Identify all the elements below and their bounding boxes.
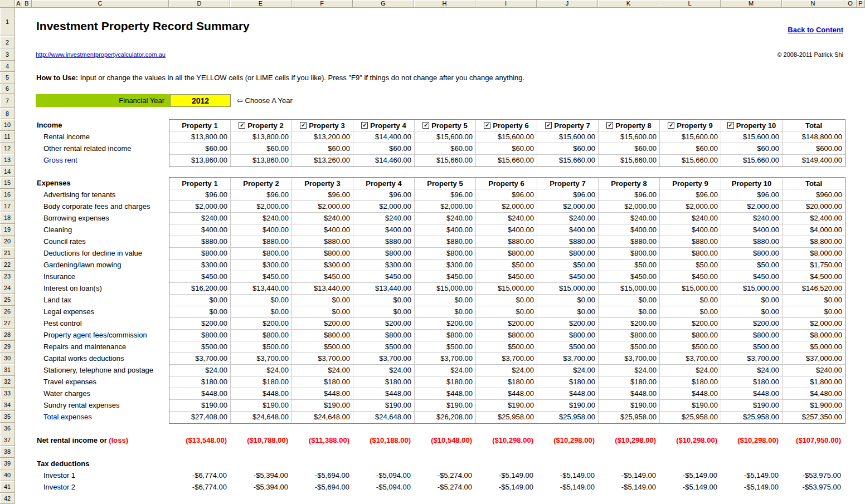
value-cell[interactable]: $400.00 xyxy=(169,224,231,236)
column-header-H[interactable]: H xyxy=(414,0,475,8)
value-cell[interactable]: $3,700.00 xyxy=(476,353,537,365)
value-cell[interactable]: $800.00 xyxy=(231,330,292,341)
value-cell[interactable]: $0.00 xyxy=(169,295,231,306)
value-cell[interactable]: $0.00 xyxy=(537,306,599,318)
value-cell[interactable]: $14,460.00 xyxy=(353,155,415,167)
value-cell[interactable]: $96.00 xyxy=(169,189,231,201)
value-cell[interactable]: -$5,149.00 xyxy=(659,481,721,493)
value-cell[interactable]: $24.00 xyxy=(599,365,660,376)
value-cell[interactable]: $0.00 xyxy=(353,295,415,306)
value-cell[interactable]: $400.00 xyxy=(231,224,292,236)
property-checkbox-icon[interactable]: ✓ xyxy=(422,122,429,129)
value-cell[interactable]: $880.00 xyxy=(169,236,231,248)
row-header-33[interactable]: 33 xyxy=(0,388,15,399)
row-header-22[interactable]: 22 xyxy=(0,259,15,271)
value-cell[interactable]: $500.00 xyxy=(660,341,721,353)
value-cell[interactable]: $180.00 xyxy=(169,376,231,388)
value-cell[interactable]: $500.00 xyxy=(169,341,231,353)
row-header-42[interactable]: 42 xyxy=(0,493,15,504)
value-cell[interactable]: $400.00 xyxy=(660,224,721,236)
row-header-10[interactable]: 10 xyxy=(0,119,15,131)
value-cell[interactable]: $190.00 xyxy=(415,400,476,412)
value-cell[interactable]: $26,208.00 xyxy=(415,412,476,423)
value-cell[interactable]: $880.00 xyxy=(537,236,599,248)
value-cell[interactable]: $800.00 xyxy=(169,248,231,260)
value-cell[interactable]: $448.00 xyxy=(231,388,292,400)
column-header-D[interactable]: D xyxy=(169,0,230,8)
property-checkbox-icon[interactable]: ✓ xyxy=(727,122,734,129)
value-cell[interactable]: $96.00 xyxy=(292,189,353,201)
value-cell[interactable]: $2,000.00 xyxy=(599,201,660,213)
value-cell[interactable]: $190.00 xyxy=(169,400,231,412)
column-header-B[interactable]: B xyxy=(22,0,32,8)
value-cell[interactable]: $880.00 xyxy=(476,236,537,248)
value-cell[interactable]: $25,958.00 xyxy=(721,412,783,423)
value-cell[interactable]: $450.00 xyxy=(231,271,292,283)
value-cell[interactable]: $25,958.00 xyxy=(537,412,599,423)
column-header-cell[interactable]: Total xyxy=(783,178,845,189)
row-header-25[interactable]: 25 xyxy=(0,294,15,306)
value-cell[interactable]: $27,408.00 xyxy=(169,412,231,423)
value-cell[interactable]: $60.00 xyxy=(353,143,415,155)
row-header-15[interactable]: 15 xyxy=(0,177,15,189)
value-cell[interactable]: $190.00 xyxy=(721,400,783,412)
column-header-A[interactable]: A xyxy=(15,0,22,8)
value-cell[interactable]: $448.00 xyxy=(721,388,783,400)
row-header-2[interactable]: 2 xyxy=(0,36,15,48)
value-cell[interactable]: -$5,149.00 xyxy=(659,469,721,481)
value-cell[interactable]: $240.00 xyxy=(292,213,353,224)
value-cell[interactable]: $180.00 xyxy=(292,376,353,388)
value-cell[interactable]: $190.00 xyxy=(292,400,353,412)
value-cell[interactable]: $24,648.00 xyxy=(231,412,292,423)
value-cell[interactable]: $190.00 xyxy=(599,400,660,412)
row-header-8[interactable]: 8 xyxy=(0,108,15,119)
value-cell[interactable]: $800.00 xyxy=(415,248,476,260)
row-header-26[interactable]: 26 xyxy=(0,306,15,317)
value-cell[interactable]: $800.00 xyxy=(353,330,415,341)
value-cell[interactable]: $0.00 xyxy=(537,295,599,306)
value-cell[interactable]: $200.00 xyxy=(599,318,660,330)
value-cell[interactable]: $190.00 xyxy=(660,400,721,412)
value-cell[interactable]: $13,860.00 xyxy=(169,155,231,167)
value-cell[interactable]: $600.00 xyxy=(783,143,845,155)
value-cell[interactable]: $180.00 xyxy=(660,376,721,388)
value-cell[interactable]: $180.00 xyxy=(415,376,476,388)
value-cell[interactable]: $190.00 xyxy=(537,400,599,412)
value-cell[interactable]: $13,200.00 xyxy=(292,131,353,143)
value-cell[interactable]: $400.00 xyxy=(476,224,537,236)
value-cell[interactable]: $24.00 xyxy=(660,365,721,376)
value-cell[interactable]: $800.00 xyxy=(415,330,476,341)
value-cell[interactable]: $15,600.00 xyxy=(599,131,660,143)
value-cell[interactable]: $400.00 xyxy=(537,224,599,236)
column-header-cell[interactable]: Property 10 xyxy=(721,178,783,189)
value-cell[interactable]: $24.00 xyxy=(537,365,599,376)
value-cell[interactable]: $0.00 xyxy=(783,306,845,318)
row-header-31[interactable]: 31 xyxy=(0,364,15,376)
row-header-30[interactable]: 30 xyxy=(0,353,15,364)
value-cell[interactable]: $15,000.00 xyxy=(476,283,537,295)
value-cell[interactable]: $13,260.00 xyxy=(292,155,353,167)
row-header-40[interactable]: 40 xyxy=(0,469,15,481)
property-checkbox-icon[interactable]: ✓ xyxy=(300,122,307,129)
value-cell[interactable]: $240.00 xyxy=(599,213,660,224)
value-cell[interactable]: $800.00 xyxy=(476,248,537,260)
row-header-6[interactable]: 6 xyxy=(0,84,15,94)
value-cell[interactable]: $0.00 xyxy=(660,295,721,306)
row-header-29[interactable]: 29 xyxy=(0,341,15,353)
column-header-cell[interactable]: Property 3 xyxy=(292,178,353,189)
value-cell[interactable]: $96.00 xyxy=(721,189,783,201)
value-cell[interactable]: $450.00 xyxy=(537,271,599,283)
value-cell[interactable]: $0.00 xyxy=(292,306,353,318)
financial-year-input-cell[interactable]: 2012 xyxy=(170,94,231,107)
column-header-cell[interactable]: ✓Property 3 xyxy=(292,120,353,131)
value-cell[interactable]: $96.00 xyxy=(353,189,415,201)
value-cell[interactable]: $800.00 xyxy=(292,330,353,341)
value-cell[interactable]: $15,600.00 xyxy=(721,131,783,143)
row-header-41[interactable]: 41 xyxy=(0,481,15,493)
value-cell[interactable]: $96.00 xyxy=(599,189,660,201)
value-cell[interactable]: $25,958.00 xyxy=(476,412,537,423)
value-cell[interactable]: $25,958.00 xyxy=(660,412,721,423)
value-cell[interactable]: $13,860.00 xyxy=(231,155,292,167)
value-cell[interactable]: -$5,274.00 xyxy=(414,481,475,493)
column-header-cell[interactable]: Property 8 xyxy=(599,178,660,189)
